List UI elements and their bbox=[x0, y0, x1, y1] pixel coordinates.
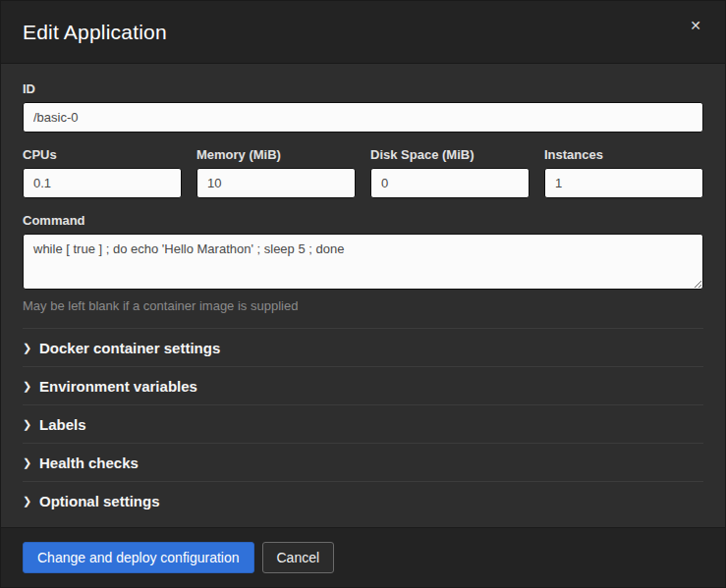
cpus-field-group: CPUs bbox=[23, 147, 182, 198]
accordion-sections: ❯ Docker container settings ❯ Environmen… bbox=[23, 328, 703, 519]
instances-field-group: Instances bbox=[544, 147, 703, 198]
instances-label: Instances bbox=[544, 147, 703, 162]
section-label: Optional settings bbox=[39, 493, 160, 509]
instances-input[interactable] bbox=[544, 168, 703, 198]
memory-label: Memory (MiB) bbox=[196, 147, 356, 162]
chevron-right-icon: ❯ bbox=[23, 380, 39, 393]
modal-footer: Change and deploy configuration Cancel bbox=[1, 527, 725, 587]
chevron-right-icon: ❯ bbox=[23, 342, 39, 354]
section-health-checks[interactable]: ❯ Health checks bbox=[23, 443, 703, 481]
chevron-right-icon: ❯ bbox=[23, 418, 39, 431]
chevron-right-icon: ❯ bbox=[23, 456, 39, 469]
id-field-group: ID bbox=[23, 81, 703, 133]
command-textarea[interactable]: while [ true ] ; do echo 'Hello Marathon… bbox=[23, 234, 703, 290]
cancel-button[interactable]: Cancel bbox=[262, 542, 335, 573]
section-environment-variables[interactable]: ❯ Environment variables bbox=[23, 366, 703, 404]
disk-field-group: Disk Space (MiB) bbox=[370, 147, 530, 198]
disk-label: Disk Space (MiB) bbox=[370, 147, 530, 162]
close-icon: ✕ bbox=[690, 18, 701, 33]
section-label: Environment variables bbox=[39, 378, 197, 395]
cpus-input[interactable] bbox=[23, 168, 182, 198]
modal-title: Edit Application bbox=[23, 21, 167, 44]
cpus-label: CPUs bbox=[23, 147, 182, 162]
edit-application-modal: Edit Application ✕ ID CPUs Memory (MiB) … bbox=[0, 0, 726, 588]
id-input[interactable] bbox=[23, 102, 703, 133]
section-docker-container-settings[interactable]: ❯ Docker container settings bbox=[23, 328, 703, 366]
deploy-button[interactable]: Change and deploy configuration bbox=[23, 542, 254, 573]
command-field-group: Command while [ true ] ; do echo 'Hello … bbox=[23, 213, 703, 313]
section-label: Health checks bbox=[39, 454, 139, 471]
modal-body: ID CPUs Memory (MiB) Disk Space (MiB) In… bbox=[1, 64, 725, 527]
command-help-text: May be left blank if a container image i… bbox=[23, 298, 703, 313]
id-label: ID bbox=[23, 81, 703, 96]
section-labels[interactable]: ❯ Labels bbox=[23, 404, 703, 443]
section-label: Labels bbox=[39, 416, 86, 433]
modal-header: Edit Application ✕ bbox=[1, 1, 725, 64]
section-label: Docker container settings bbox=[39, 340, 220, 356]
memory-input[interactable] bbox=[196, 168, 356, 198]
command-label: Command bbox=[23, 213, 703, 228]
memory-field-group: Memory (MiB) bbox=[196, 147, 356, 198]
section-optional-settings[interactable]: ❯ Optional settings bbox=[23, 481, 703, 519]
close-button[interactable]: ✕ bbox=[688, 15, 703, 36]
disk-input[interactable] bbox=[370, 168, 530, 198]
chevron-right-icon: ❯ bbox=[23, 495, 39, 508]
resource-fields-row: CPUs Memory (MiB) Disk Space (MiB) Insta… bbox=[23, 147, 703, 198]
